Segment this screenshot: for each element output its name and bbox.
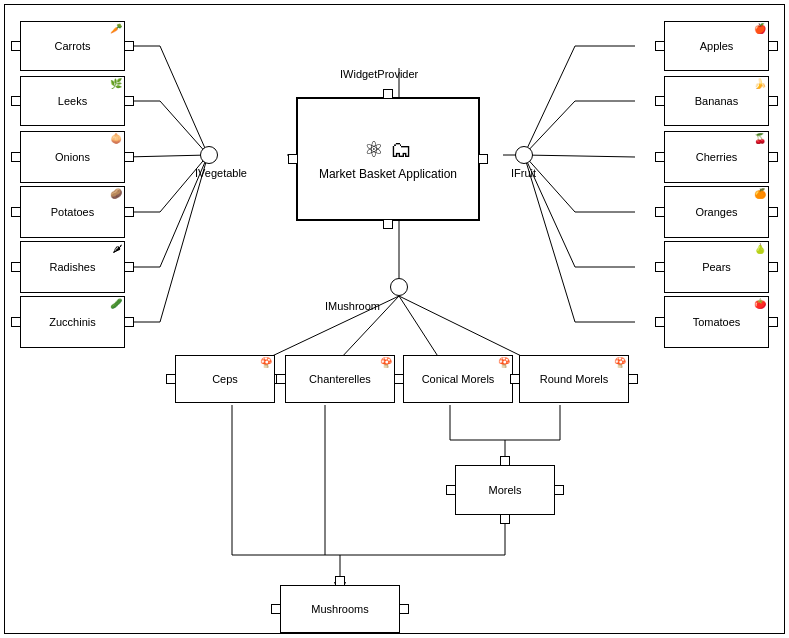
svg-line-14	[524, 46, 575, 155]
rconn	[768, 262, 778, 272]
cherries-label: Cherries	[696, 151, 738, 163]
radishes-label: Radishes	[50, 261, 96, 273]
mushrooms-box: Mushrooms	[280, 585, 400, 633]
rconn	[124, 207, 134, 217]
imushroom-circle	[390, 278, 408, 296]
apples-icon: 🍎	[754, 23, 766, 34]
rconn	[124, 262, 134, 272]
radishes-icon: 🌶	[112, 243, 122, 254]
onions-box: Onions 🧅	[20, 131, 125, 183]
imushroom-label: IMushroom	[325, 300, 380, 312]
oranges-icon: 🍊	[754, 188, 766, 199]
morels-label: Morels	[488, 484, 521, 496]
apples-box: Apples 🍎	[664, 21, 769, 71]
lconn	[11, 207, 21, 217]
ceps-label: Ceps	[212, 373, 238, 385]
main-icons: ⚛ 🗂	[364, 137, 412, 163]
bottom-connector	[383, 219, 393, 229]
potatoes-icon: 🥔	[110, 188, 122, 199]
bananas-label: Bananas	[695, 95, 738, 107]
potatoes-label: Potatoes	[51, 206, 94, 218]
leeks-box: Leeks 🌿	[20, 76, 125, 126]
pears-label: Pears	[702, 261, 731, 273]
onions-label: Onions	[55, 151, 90, 163]
rconn	[768, 317, 778, 327]
zucchinis-label: Zucchinis	[49, 316, 95, 328]
lconn	[276, 374, 286, 384]
carrots-box: Carrots 🥕	[20, 21, 125, 71]
svg-line-7	[125, 155, 208, 157]
lconn	[166, 374, 176, 384]
lconn	[11, 41, 21, 51]
rconn	[124, 96, 134, 106]
svg-line-19	[524, 155, 575, 212]
round-morels-box: Round Morels 🍄	[519, 355, 629, 403]
rconn	[768, 207, 778, 217]
conical-morels-label: Conical Morels	[422, 373, 495, 385]
lconn	[655, 41, 665, 51]
top-connector	[383, 89, 393, 99]
carrots-label: Carrots	[54, 40, 90, 52]
lconn	[655, 152, 665, 162]
main-app-box: ⚛ 🗂 Market Basket Application	[296, 97, 480, 221]
chanterelles-icon: 🍄	[380, 357, 392, 368]
zucchinis-icon: 🥒	[110, 298, 122, 309]
conical-morels-box: Conical Morels 🍄	[403, 355, 513, 403]
lconn	[11, 96, 21, 106]
lconn	[394, 374, 404, 384]
svg-line-18	[524, 155, 635, 157]
rconn	[124, 152, 134, 162]
pears-box: Pears 🍐	[664, 241, 769, 293]
svg-line-16	[524, 101, 575, 155]
left-connector	[288, 154, 298, 164]
ceps-icon: 🍄	[260, 357, 272, 368]
iwidgetprovider-label: IWidgetProvider	[340, 68, 418, 80]
rconn	[399, 604, 409, 614]
chanterelles-box: Chanterelles 🍄	[285, 355, 395, 403]
lconn	[655, 207, 665, 217]
main-app-title: Market Basket Application	[319, 167, 457, 181]
leeks-label: Leeks	[58, 95, 87, 107]
bananas-icon: 🍌	[754, 78, 766, 89]
ceps-box: Ceps 🍄	[175, 355, 275, 403]
lconn	[11, 262, 21, 272]
ifruit-label: IFruit	[511, 167, 536, 179]
rconn	[124, 41, 134, 51]
rconn	[554, 485, 564, 495]
lconn	[510, 374, 520, 384]
svg-line-8	[160, 155, 208, 212]
oranges-label: Oranges	[695, 206, 737, 218]
svg-line-5	[160, 101, 208, 155]
lconn	[446, 485, 456, 495]
lconn	[11, 317, 21, 327]
right-connector	[478, 154, 488, 164]
ivegetable-circle	[200, 146, 218, 164]
tconn	[500, 456, 510, 466]
apples-label: Apples	[700, 40, 734, 52]
lconn	[11, 152, 21, 162]
carrots-icon: 🥕	[110, 23, 122, 34]
zucchinis-box: Zucchinis 🥒	[20, 296, 125, 348]
round-morels-label: Round Morels	[540, 373, 608, 385]
potatoes-box: Potatoes 🥔	[20, 186, 125, 238]
rconn	[124, 317, 134, 327]
morels-box: Morels	[455, 465, 555, 515]
rconn	[768, 96, 778, 106]
chanterelles-label: Chanterelles	[309, 373, 371, 385]
tconn	[335, 576, 345, 586]
rconn	[768, 41, 778, 51]
lconn	[655, 262, 665, 272]
round-morels-icon: 🍄	[614, 357, 626, 368]
svg-line-3	[160, 46, 208, 155]
rconn	[768, 152, 778, 162]
svg-line-23	[524, 155, 575, 322]
lconn	[271, 604, 281, 614]
svg-line-12	[160, 155, 208, 322]
pears-icon: 🍐	[754, 243, 766, 254]
radishes-box: Radishes 🌶	[20, 241, 125, 293]
tomatoes-icon: 🍅	[754, 298, 766, 309]
tomatoes-label: Tomatoes	[693, 316, 741, 328]
mushrooms-label: Mushrooms	[311, 603, 368, 615]
oranges-box: Oranges 🍊	[664, 186, 769, 238]
bananas-box: Bananas 🍌	[664, 76, 769, 126]
